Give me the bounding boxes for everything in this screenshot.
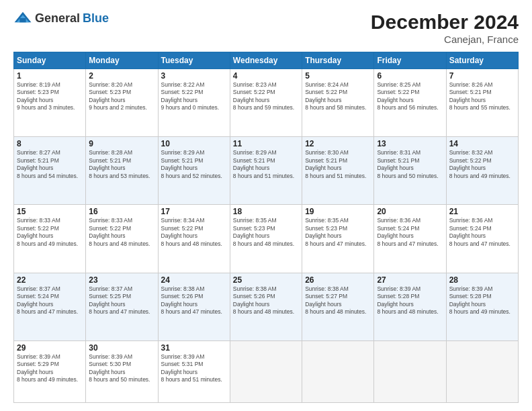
cell-info: Sunrise: 8:34 AM Sunset: 5:22 PM Dayligh… (161, 217, 227, 248)
cell-info: Sunrise: 8:35 AM Sunset: 5:23 PM Dayligh… (305, 217, 371, 248)
day-number: 15 (17, 207, 83, 216)
day-number: 30 (89, 343, 154, 353)
cell-info: Sunrise: 8:38 AM Sunset: 5:26 PM Dayligh… (161, 285, 227, 316)
calendar-week-row: 29 Sunrise: 8:39 AM Sunset: 5:29 PM Dayl… (14, 340, 519, 402)
table-row: 17 Sunrise: 8:34 AM Sunset: 5:22 PM Dayl… (158, 205, 230, 273)
table-row: 26 Sunrise: 8:38 AM Sunset: 5:27 PM Dayl… (302, 273, 374, 340)
day-number: 19 (305, 207, 371, 216)
table-row: 18 Sunrise: 8:35 AM Sunset: 5:23 PM Dayl… (230, 205, 302, 273)
day-number: 18 (233, 207, 299, 216)
cell-info: Sunrise: 8:33 AM Sunset: 5:22 PM Dayligh… (17, 217, 83, 248)
day-number: 7 (449, 71, 515, 81)
day-number: 6 (377, 71, 443, 81)
cell-info: Sunrise: 8:25 AM Sunset: 5:22 PM Dayligh… (377, 81, 443, 112)
cell-info: Sunrise: 8:19 AM Sunset: 5:23 PM Dayligh… (17, 81, 83, 112)
table-row: 28 Sunrise: 8:39 AM Sunset: 5:28 PM Dayl… (446, 273, 518, 340)
table-row: 10 Sunrise: 8:29 AM Sunset: 5:21 PM Dayl… (158, 137, 230, 205)
day-number: 11 (233, 139, 299, 148)
table-row: 27 Sunrise: 8:39 AM Sunset: 5:28 PM Dayl… (374, 273, 446, 340)
day-number: 2 (89, 71, 154, 81)
day-number: 16 (89, 207, 154, 216)
table-row: 11 Sunrise: 8:29 AM Sunset: 5:21 PM Dayl… (230, 137, 302, 205)
calendar-week-row: 22 Sunrise: 8:37 AM Sunset: 5:24 PM Dayl… (14, 273, 519, 340)
day-number: 31 (161, 343, 227, 353)
day-number: 9 (89, 139, 154, 148)
cell-info: Sunrise: 8:28 AM Sunset: 5:21 PM Dayligh… (89, 149, 154, 180)
day-number: 14 (449, 139, 515, 148)
cell-info: Sunrise: 8:23 AM Sunset: 5:22 PM Dayligh… (233, 81, 299, 112)
table-row: 3 Sunrise: 8:22 AM Sunset: 5:22 PM Dayli… (158, 69, 230, 137)
table-row: 21 Sunrise: 8:36 AM Sunset: 5:24 PM Dayl… (446, 205, 518, 273)
table-row: 9 Sunrise: 8:28 AM Sunset: 5:21 PM Dayli… (86, 137, 158, 205)
cell-info: Sunrise: 8:22 AM Sunset: 5:22 PM Dayligh… (161, 81, 227, 112)
logo-icon (13, 11, 32, 26)
cell-info: Sunrise: 8:36 AM Sunset: 5:24 PM Dayligh… (449, 217, 515, 248)
day-number: 21 (449, 207, 515, 216)
col-monday: Monday (86, 52, 158, 69)
table-row: 14 Sunrise: 8:32 AM Sunset: 5:22 PM Dayl… (446, 137, 518, 205)
calendar-week-row: 15 Sunrise: 8:33 AM Sunset: 5:22 PM Dayl… (14, 205, 519, 273)
table-row: 31 Sunrise: 8:39 AM Sunset: 5:31 PM Dayl… (158, 340, 230, 402)
table-row: 4 Sunrise: 8:23 AM Sunset: 5:22 PM Dayli… (230, 69, 302, 137)
cell-info: Sunrise: 8:38 AM Sunset: 5:27 PM Dayligh… (305, 285, 371, 316)
logo: GeneralBlue (13, 11, 109, 26)
day-number: 22 (17, 275, 83, 285)
calendar-header-row: Sunday Monday Tuesday Wednesday Thursday… (14, 52, 519, 69)
cell-info: Sunrise: 8:38 AM Sunset: 5:26 PM Dayligh… (233, 285, 299, 316)
cell-info: Sunrise: 8:29 AM Sunset: 5:21 PM Dayligh… (233, 149, 299, 180)
table-row: 25 Sunrise: 8:38 AM Sunset: 5:26 PM Dayl… (230, 273, 302, 340)
cell-info: Sunrise: 8:27 AM Sunset: 5:21 PM Dayligh… (17, 149, 83, 180)
table-row (302, 340, 374, 402)
cell-info: Sunrise: 8:20 AM Sunset: 5:23 PM Dayligh… (89, 81, 154, 112)
calendar-week-row: 8 Sunrise: 8:27 AM Sunset: 5:21 PM Dayli… (14, 137, 519, 205)
cell-info: Sunrise: 8:39 AM Sunset: 5:28 PM Dayligh… (449, 285, 515, 316)
table-row: 1 Sunrise: 8:19 AM Sunset: 5:23 PM Dayli… (14, 69, 86, 137)
cell-info: Sunrise: 8:39 AM Sunset: 5:31 PM Dayligh… (161, 353, 227, 384)
day-number: 13 (377, 139, 443, 148)
calendar-week-row: 1 Sunrise: 8:19 AM Sunset: 5:23 PM Dayli… (14, 69, 519, 137)
logo-area: GeneralBlue (13, 11, 109, 26)
location-title: Canejan, France (371, 34, 519, 45)
cell-info: Sunrise: 8:32 AM Sunset: 5:22 PM Dayligh… (449, 149, 515, 180)
table-row: 29 Sunrise: 8:39 AM Sunset: 5:29 PM Dayl… (14, 340, 86, 402)
day-number: 3 (161, 71, 227, 81)
table-row: 2 Sunrise: 8:20 AM Sunset: 5:23 PM Dayli… (86, 69, 158, 137)
day-number: 26 (305, 275, 371, 285)
table-row: 20 Sunrise: 8:36 AM Sunset: 5:24 PM Dayl… (374, 205, 446, 273)
cell-info: Sunrise: 8:36 AM Sunset: 5:24 PM Dayligh… (377, 217, 443, 248)
day-number: 25 (233, 275, 299, 285)
table-row: 12 Sunrise: 8:30 AM Sunset: 5:21 PM Dayl… (302, 137, 374, 205)
day-number: 27 (377, 275, 443, 285)
table-row: 6 Sunrise: 8:25 AM Sunset: 5:22 PM Dayli… (374, 69, 446, 137)
cell-info: Sunrise: 8:33 AM Sunset: 5:22 PM Dayligh… (89, 217, 154, 248)
col-friday: Friday (374, 52, 446, 69)
day-number: 8 (17, 139, 83, 148)
col-sunday: Sunday (14, 52, 86, 69)
day-number: 10 (161, 139, 227, 148)
day-number: 24 (161, 275, 227, 285)
cell-info: Sunrise: 8:39 AM Sunset: 5:28 PM Dayligh… (377, 285, 443, 316)
table-row: 24 Sunrise: 8:38 AM Sunset: 5:26 PM Dayl… (158, 273, 230, 340)
table-row: 30 Sunrise: 8:39 AM Sunset: 5:30 PM Dayl… (86, 340, 158, 402)
cell-info: Sunrise: 8:35 AM Sunset: 5:23 PM Dayligh… (233, 217, 299, 248)
cell-info: Sunrise: 8:30 AM Sunset: 5:21 PM Dayligh… (305, 149, 371, 180)
cell-info: Sunrise: 8:26 AM Sunset: 5:21 PM Dayligh… (449, 81, 515, 112)
day-number: 4 (233, 71, 299, 81)
table-row: 22 Sunrise: 8:37 AM Sunset: 5:24 PM Dayl… (14, 273, 86, 340)
table-row: 5 Sunrise: 8:24 AM Sunset: 5:22 PM Dayli… (302, 69, 374, 137)
table-row (230, 340, 302, 402)
cell-info: Sunrise: 8:39 AM Sunset: 5:29 PM Dayligh… (17, 353, 83, 384)
day-number: 20 (377, 207, 443, 216)
day-number: 1 (17, 71, 83, 81)
cell-info: Sunrise: 8:31 AM Sunset: 5:21 PM Dayligh… (377, 149, 443, 180)
day-number: 5 (305, 71, 371, 81)
month-title: December 2024 (371, 11, 519, 34)
page: GeneralBlue December 2024 Canejan, Franc… (0, 0, 532, 411)
table-row: 23 Sunrise: 8:37 AM Sunset: 5:25 PM Dayl… (86, 273, 158, 340)
table-row (374, 340, 446, 402)
table-row: 8 Sunrise: 8:27 AM Sunset: 5:21 PM Dayli… (14, 137, 86, 205)
table-row: 16 Sunrise: 8:33 AM Sunset: 5:22 PM Dayl… (86, 205, 158, 273)
table-row: 19 Sunrise: 8:35 AM Sunset: 5:23 PM Dayl… (302, 205, 374, 273)
col-wednesday: Wednesday (230, 52, 302, 69)
header: GeneralBlue December 2024 Canejan, Franc… (13, 11, 519, 45)
